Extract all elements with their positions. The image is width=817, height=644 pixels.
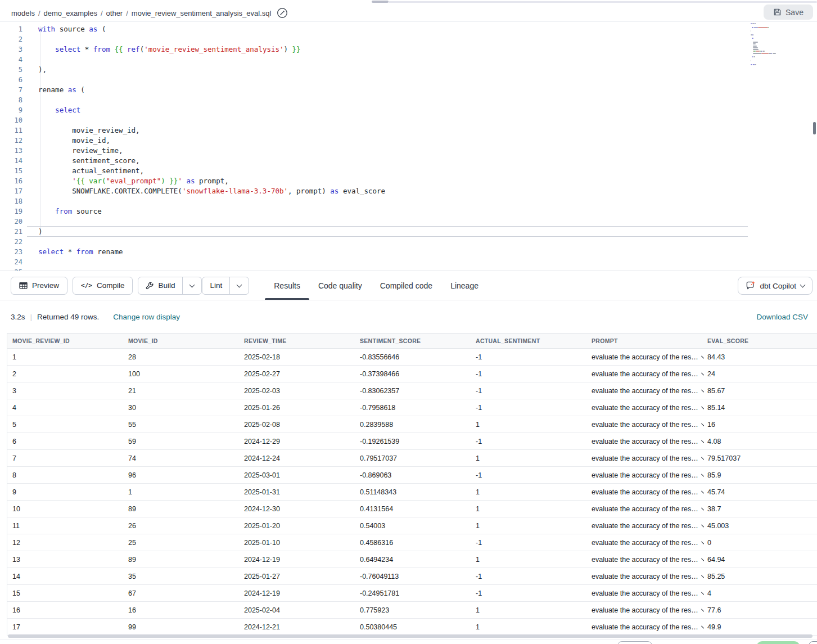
code-line[interactable]: 4: [0, 55, 817, 65]
prompt-cell[interactable]: evaluate the accuracy of the res…: [586, 353, 702, 361]
code-line[interactable]: 16 '{{ var("eval_prompt") }}' as prompt,: [0, 176, 817, 186]
prompt-preview-text: evaluate the accuracy of the res…: [592, 353, 698, 361]
prompt-cell[interactable]: evaluate the accuracy of the res…: [586, 522, 702, 530]
code-line[interactable]: 20: [0, 217, 817, 227]
prompt-cell[interactable]: evaluate the accuracy of the res…: [586, 623, 702, 631]
eval-score-cell: 49.9: [702, 623, 817, 631]
code-line[interactable]: 10: [0, 115, 817, 125]
code-line[interactable]: 2: [0, 34, 817, 44]
prompt-preview-text: evaluate the accuracy of the res…: [592, 387, 698, 395]
prompt-cell[interactable]: evaluate the accuracy of the res…: [586, 421, 702, 429]
table-cell: -1: [471, 370, 586, 378]
minimap-line: [751, 58, 810, 60]
code-line[interactable]: 15 actual_sentiment,: [0, 166, 817, 176]
edit-indicator-icon[interactable]: [277, 7, 288, 19]
table-cell: 1: [7, 353, 123, 361]
prompt-cell[interactable]: evaluate the accuracy of the res…: [586, 556, 702, 564]
table-cell: 26: [123, 522, 239, 530]
tab-results[interactable]: Results: [265, 271, 309, 300]
preview-button[interactable]: Preview: [11, 277, 67, 295]
code-text: '{{ var("eval_prompt") }}' as prompt,: [38, 176, 229, 186]
prompt-cell[interactable]: evaluate the accuracy of the res…: [586, 454, 702, 462]
column-header[interactable]: MOVIE_ID: [123, 337, 239, 344]
tab-code-quality[interactable]: Code quality: [309, 271, 371, 300]
table-row: 16162025-02-040.7759231evaluate the accu…: [7, 602, 817, 619]
code-line[interactable]: 23select * from rename: [0, 247, 817, 257]
code-line[interactable]: 19 from source: [0, 206, 817, 217]
column-header[interactable]: ACTUAL_SENTIMENT: [471, 337, 586, 344]
code-brackets-icon: </>: [81, 282, 92, 289]
table-cell: -1: [471, 589, 586, 597]
column-header[interactable]: MOVIE_REVIEW_ID: [7, 337, 123, 344]
code-line[interactable]: 11 movie_review_id,: [0, 125, 817, 136]
compile-button[interactable]: </> Compile: [73, 277, 133, 295]
table-cell: 67: [123, 589, 239, 597]
table-cell: -1: [471, 471, 586, 479]
minimap-line: [751, 51, 810, 52]
lint-dropdown-button[interactable]: [229, 277, 249, 294]
breadcrumb-part[interactable]: models: [11, 9, 35, 17]
minimap-line: [751, 43, 810, 44]
table-cell: 1: [471, 488, 586, 496]
tab-lineage[interactable]: Lineage: [441, 271, 488, 300]
code-line[interactable]: 22: [0, 237, 817, 247]
code-line[interactable]: 6: [0, 75, 817, 85]
code-line[interactable]: 24: [0, 257, 817, 267]
build-dropdown-button[interactable]: [182, 277, 201, 294]
prompt-cell[interactable]: evaluate the accuracy of the res…: [586, 438, 702, 445]
code-line[interactable]: 12 movie_id,: [0, 136, 817, 146]
dbt-copilot-button[interactable]: dbt Copilot: [738, 277, 813, 295]
column-header[interactable]: REVIEW_TIME: [239, 337, 355, 344]
line-number: 1: [0, 24, 22, 34]
code-line[interactable]: 9 select: [0, 105, 817, 115]
table-cell: 2024-12-30: [239, 505, 355, 513]
code-line[interactable]: 1with source as (: [0, 24, 817, 34]
line-number: 4: [0, 55, 22, 65]
lint-button[interactable]: Lint: [202, 277, 229, 294]
code-minimap[interactable]: [751, 23, 810, 69]
breadcrumb-part[interactable]: other: [106, 9, 123, 17]
code-line[interactable]: 7rename as (: [0, 85, 817, 95]
prompt-cell[interactable]: evaluate the accuracy of the res…: [586, 539, 702, 547]
bottom-partial-button[interactable]: [617, 641, 652, 644]
code-line[interactable]: 21): [0, 227, 817, 237]
code-line[interactable]: 14 sentiment_score,: [0, 156, 817, 166]
prompt-cell[interactable]: evaluate the accuracy of the res…: [586, 488, 702, 496]
code-line[interactable]: 8: [0, 95, 817, 105]
column-header[interactable]: PROMPT: [586, 337, 702, 344]
download-csv-link[interactable]: Download CSV: [756, 313, 808, 321]
save-button[interactable]: Save: [764, 4, 813, 20]
bottom-partial-button[interactable]: [809, 641, 817, 644]
minimap-line: [751, 34, 810, 35]
code-line[interactable]: 18: [0, 196, 817, 206]
code-line[interactable]: 5),: [0, 65, 817, 75]
query-duration: 3.2s: [11, 313, 25, 321]
sql-code-editor[interactable]: 1with source as (23 select * from {{ ref…: [0, 22, 817, 271]
build-button[interactable]: Build: [138, 277, 182, 294]
code-line[interactable]: 3 select * from {{ ref('movie_review_sen…: [0, 44, 817, 55]
prompt-cell[interactable]: evaluate the accuracy of the res…: [586, 606, 702, 614]
tab-compiled-code[interactable]: Compiled code: [371, 271, 441, 300]
prompt-cell[interactable]: evaluate the accuracy of the res…: [586, 589, 702, 597]
editor-vertical-scrollbar[interactable]: [813, 122, 816, 134]
prompt-cell[interactable]: evaluate the accuracy of the res…: [586, 471, 702, 479]
prompt-cell[interactable]: evaluate the accuracy of the res…: [586, 404, 702, 412]
prompt-cell[interactable]: evaluate the accuracy of the res…: [586, 387, 702, 395]
code-line[interactable]: 13 review_time,: [0, 146, 817, 156]
table-cell: 2024-12-29: [239, 438, 355, 445]
change-row-display-link[interactable]: Change row display: [113, 313, 180, 321]
prompt-cell[interactable]: evaluate the accuracy of the res…: [586, 505, 702, 513]
column-header[interactable]: SENTIMENT_SCORE: [355, 337, 471, 344]
prompt-cell[interactable]: evaluate the accuracy of the res…: [586, 573, 702, 580]
table-cell: 16: [123, 606, 239, 614]
breadcrumb-part[interactable]: movie_review_sentiment_analysis_eval.sql: [132, 9, 272, 17]
table-cell: 99: [123, 623, 239, 631]
prompt-cell[interactable]: evaluate the accuracy of the res…: [586, 370, 702, 378]
bottom-status-pill[interactable]: [756, 641, 800, 644]
code-line[interactable]: 17 SNOWFLAKE.CORTEX.COMPLETE('snowflake-…: [0, 186, 817, 196]
table-horizontal-scrollbar[interactable]: [8, 634, 813, 638]
code-text: actual_sentiment,: [38, 166, 144, 176]
breadcrumb-part[interactable]: demo_examples: [44, 9, 97, 17]
prompt-preview-text: evaluate the accuracy of the res…: [592, 454, 698, 462]
column-header[interactable]: EVAL_SCORE: [702, 337, 817, 344]
